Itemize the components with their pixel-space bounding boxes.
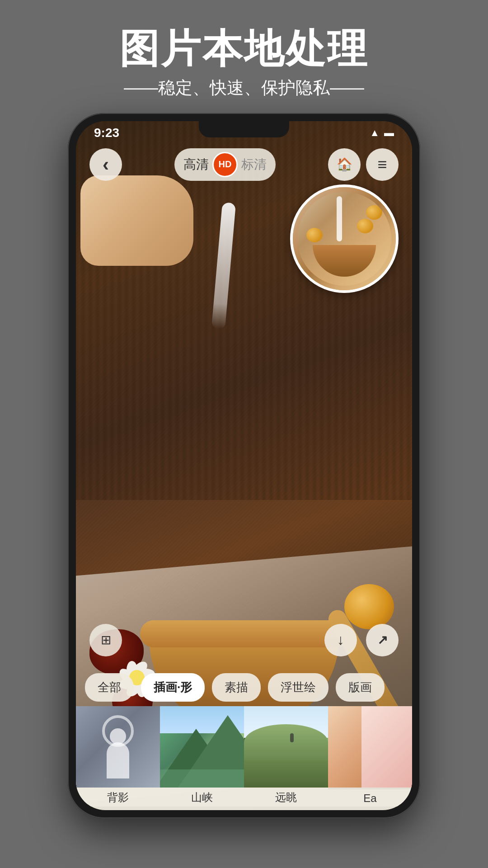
thumb-bg-1 (76, 706, 160, 788)
style-thumb-img-2 (160, 706, 244, 788)
download-button[interactable] (324, 624, 357, 656)
hand-shape (80, 175, 193, 266)
preview-food (297, 192, 391, 286)
hd-badge[interactable]: HD (212, 152, 238, 177)
page-subtitle: ——稳定、快速、保护隐私—— (119, 76, 369, 99)
style-thumb-yuantiao[interactable]: 远眺 (244, 706, 328, 810)
share-button[interactable] (366, 624, 399, 656)
thumb-bg-2 (160, 706, 244, 788)
preview-pour (337, 196, 342, 241)
style-thumb-img-1 (76, 706, 160, 788)
tab-illustration[interactable]: 插画·形 (141, 673, 205, 702)
style-thumb-label-3: 远眺 (244, 788, 328, 807)
bottom-action-bar: ⊞ (76, 624, 412, 656)
style-thumb-img-4 (328, 706, 412, 788)
tab-ukiyo[interactable]: 浮世绘 (268, 673, 328, 702)
phone-screen: 9:23 ▲ ▬ (76, 121, 412, 810)
style-thumbnails: 背影 山峡 (76, 706, 412, 810)
status-time: 9:23 (94, 126, 119, 140)
wifi-icon: ▲ (370, 127, 380, 139)
filter-icon-button[interactable]: ⊞ (89, 624, 122, 656)
filter-icon: ⊞ (101, 632, 111, 647)
phone-frame: 9:23 ▲ ▬ (68, 113, 420, 818)
style-thumb-label-4: Ea (328, 789, 412, 807)
menu-button[interactable] (366, 148, 399, 181)
battery-icon: ▬ (384, 127, 394, 139)
phone-notch (199, 121, 289, 137)
menu-icon (377, 155, 387, 174)
style-thumb-extra[interactable]: Ea (328, 706, 412, 810)
fruit-3 (344, 584, 394, 629)
style-thumb-beiyingbg[interactable]: 背影 (76, 706, 160, 810)
action-right-buttons (324, 624, 399, 656)
style-thumb-img-3 (244, 706, 328, 788)
back-icon (103, 154, 109, 175)
top-controls: 高清 HD 标清 🏠 (76, 148, 412, 181)
quality-high-label: 高清 (183, 156, 209, 173)
filter-tabs: 全部 插画·形 素描 浮世绘 版画 (76, 673, 412, 702)
preview-bowl (313, 245, 376, 277)
back-button[interactable] (89, 148, 122, 181)
thumb-bg-3 (244, 706, 328, 788)
hd-label: HD (219, 159, 232, 170)
quality-sd-label: 标清 (241, 156, 267, 173)
download-icon (337, 632, 344, 648)
quality-switcher[interactable]: 高清 HD 标清 (174, 148, 276, 181)
tab-woodblock[interactable]: 版画 (336, 673, 385, 702)
share-icon (377, 632, 388, 647)
tab-sketch[interactable]: 素描 (212, 673, 261, 702)
style-thumb-label-1: 背影 (76, 788, 160, 807)
star-icon: 🏠 (337, 157, 352, 172)
preview-circle (290, 184, 399, 293)
style-thumb-shanxia[interactable]: 山峡 (160, 706, 244, 810)
page-header: 图片本地处理 ——稳定、快速、保护隐私—— (119, 27, 369, 99)
preview-fruit-2 (357, 219, 373, 233)
right-controls: 🏠 (328, 148, 399, 181)
page-title: 图片本地处理 (119, 27, 369, 71)
preview-fruit-1 (366, 205, 382, 220)
preview-fruit-3 (306, 228, 323, 242)
star-button[interactable]: 🏠 (328, 148, 361, 181)
style-thumb-label-2: 山峡 (160, 788, 244, 807)
preview-inner (293, 187, 396, 290)
thumb-bg-4 (328, 706, 412, 788)
status-icons: ▲ ▬ (370, 127, 394, 139)
tab-all[interactable]: 全部 (85, 673, 134, 702)
